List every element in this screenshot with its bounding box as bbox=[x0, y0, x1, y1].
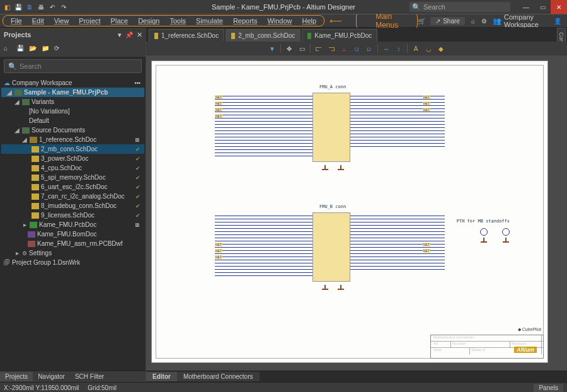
folder-open-icon[interactable]: 📂 bbox=[29, 45, 38, 54]
tab-navigator[interactable]: Navigator bbox=[33, 372, 70, 381]
schematic-icon bbox=[32, 156, 39, 162]
save-tree-icon[interactable]: 💾 bbox=[16, 45, 25, 54]
refresh-icon[interactable]: ⟳ bbox=[54, 45, 63, 54]
doc-1-reference[interactable]: ◢ 1_reference.SchDoc 🗎 bbox=[1, 135, 144, 144]
schematic-doc-icon bbox=[154, 33, 158, 39]
close-button[interactable]: ✕ bbox=[551, 0, 567, 14]
align-bottom-icon[interactable]: ⫐ bbox=[364, 43, 375, 54]
doc-kame-fmu-bom[interactable]: Kame_FMU.BomDoc bbox=[1, 229, 144, 239]
schematic-doc-icon bbox=[231, 33, 235, 39]
projects-search[interactable]: 🔍 Search bbox=[4, 59, 142, 73]
move-icon[interactable]: ✥ bbox=[284, 43, 295, 54]
doc-8-imudebug-conn[interactable]: 8_imudebug_conn.SchDoc ✔ bbox=[1, 201, 144, 210]
highlight-icon[interactable]: ◆ bbox=[435, 43, 447, 54]
workspace-selector[interactable]: 👥 Company Workspace bbox=[493, 13, 549, 28]
global-search[interactable]: 🔍 Search bbox=[410, 2, 510, 12]
mounting-hole-symbol bbox=[502, 228, 510, 236]
select-icon[interactable]: ▭ bbox=[296, 43, 307, 54]
menu-simulate[interactable]: Simulate bbox=[191, 16, 228, 25]
menu-bar: File Edit View Project Place Design Tool… bbox=[0, 14, 567, 28]
expand-icon[interactable]: ◢ bbox=[21, 136, 28, 143]
arc-icon[interactable]: ◡ bbox=[423, 43, 434, 54]
folder-icon[interactable]: 📁 bbox=[42, 45, 50, 54]
panel-close-icon[interactable]: ✕ bbox=[137, 31, 142, 39]
user-avatar[interactable]: 👤 bbox=[554, 16, 561, 25]
panel-dropdown-icon[interactable]: ▾ bbox=[118, 31, 122, 39]
project-group-node[interactable]: 🗐 Project Group 1.DsnWrk bbox=[1, 258, 144, 267]
expand-icon[interactable]: ◢ bbox=[14, 127, 20, 134]
source-documents-node[interactable]: ◢ Source Documents bbox=[1, 125, 144, 135]
menu-file[interactable]: File bbox=[6, 16, 27, 25]
expand-icon[interactable]: ▸ bbox=[14, 250, 20, 257]
filter-icon[interactable]: ▼ bbox=[266, 43, 278, 54]
menu-tools[interactable]: Tools bbox=[164, 16, 191, 25]
panel-bottom-tabs: Projects Navigator SCH Filter bbox=[0, 371, 146, 382]
workspace-node[interactable]: ☁ Company Workspace ••• bbox=[1, 78, 144, 88]
buy-icon[interactable]: 🛒 bbox=[418, 16, 425, 25]
distribute-h-icon[interactable]: ↔ bbox=[381, 43, 392, 54]
distribute-v-icon[interactable]: ↕ bbox=[393, 43, 404, 54]
settings-node[interactable]: ▸ ⚙ Settings bbox=[1, 248, 144, 258]
expand-icon[interactable]: ◢ bbox=[14, 98, 20, 105]
menu-window[interactable]: Window bbox=[262, 16, 297, 25]
group-icon: 🗐 bbox=[4, 259, 10, 266]
save-icon[interactable]: 💾 bbox=[14, 3, 23, 11]
doc-6-uart-esc-i2c[interactable]: 6_uart_esc_i2c.SchDoc ✔ bbox=[1, 182, 144, 192]
doc-tab-1-reference[interactable]: 1_reference.SchDoc bbox=[149, 29, 224, 42]
align-top-icon[interactable]: ⫏ bbox=[351, 43, 362, 54]
menu-place[interactable]: Place bbox=[106, 16, 134, 25]
active-bar: ▼ ✥ ▭ ⫍ ⫎ ⟂ ⫏ ⫐ ↔ ↕ A ◡ ◆ bbox=[146, 42, 567, 55]
connector-fmu-b: FMU_B conn bbox=[312, 212, 350, 282]
share-button[interactable]: ↗ Share bbox=[430, 17, 465, 25]
redo-icon[interactable]: ↷ bbox=[59, 3, 68, 11]
text-icon[interactable]: A bbox=[410, 43, 421, 54]
doc-kame-fmu-asm[interactable]: Kame_FMU_asm_rm.PCBDwf bbox=[1, 239, 144, 248]
menu-edit[interactable]: Edit bbox=[27, 16, 49, 25]
schematic-canvas[interactable]: FMU_A conn FMU_B conn NETNETNETNET bbox=[146, 55, 567, 371]
home-icon[interactable]: ⌂ bbox=[470, 16, 476, 25]
menu-reports[interactable]: Reports bbox=[228, 16, 263, 25]
more-icon[interactable]: ••• bbox=[135, 80, 144, 86]
save-all-icon[interactable]: 🗎 bbox=[25, 3, 34, 11]
expand-icon[interactable]: ◢ bbox=[6, 89, 13, 96]
tab-motherboard-connectors[interactable]: Motherboard Connectors bbox=[177, 372, 260, 381]
maximize-button[interactable]: ▭ bbox=[534, 0, 551, 14]
align-left-icon[interactable]: ⫍ bbox=[313, 43, 324, 54]
tab-sch-filter[interactable]: SCH Filter bbox=[70, 372, 109, 381]
doc-9-licenses[interactable]: 9_licenses.SchDoc ✔ bbox=[1, 210, 144, 220]
expand-icon[interactable]: ▸ bbox=[21, 221, 28, 228]
menu-help[interactable]: Help bbox=[297, 16, 322, 25]
pin-icon[interactable]: 📌 bbox=[125, 32, 133, 38]
doc-kame-fmu-pcb[interactable]: ▸ Kame_FMU.PcbDoc 🗎 bbox=[1, 220, 144, 229]
menu-project[interactable]: Project bbox=[74, 16, 105, 25]
tab-projects[interactable]: Projects bbox=[0, 372, 33, 381]
folder-icon bbox=[22, 127, 30, 134]
gnd-symbol bbox=[338, 165, 344, 171]
align-center-icon[interactable]: ⟂ bbox=[338, 43, 350, 54]
panels-button[interactable]: Panels bbox=[534, 384, 563, 392]
home-tree-icon[interactable]: ⌂ bbox=[4, 45, 13, 54]
doc-4-cpu[interactable]: 4_cpu.SchDoc ✔ bbox=[1, 163, 144, 173]
doc-status-icon: ✔ bbox=[135, 193, 144, 200]
doc-3-power[interactable]: 3_power.SchDoc ✔ bbox=[1, 154, 144, 163]
schematic-icon bbox=[32, 146, 39, 153]
variant-no-variations[interactable]: [No Variations] bbox=[1, 107, 144, 116]
tab-editor[interactable]: Editor bbox=[146, 372, 177, 381]
settings-icon[interactable]: ⚙ bbox=[481, 16, 488, 25]
doc-status-icon: ✔ bbox=[135, 156, 144, 162]
project-node[interactable]: ◢ Sample - Kame_FMU.PrjPcb bbox=[1, 88, 144, 97]
doc-7-can-rc-i2c-analog[interactable]: 7_can_rc_i2c_analog.SchDoc ✔ bbox=[1, 192, 144, 201]
menu-design[interactable]: Design bbox=[133, 16, 164, 25]
menu-view[interactable]: View bbox=[49, 16, 74, 25]
variant-default[interactable]: Default bbox=[1, 116, 144, 125]
doc-tab-2-mb-conn[interactable]: 2_mb_conn.SchDoc bbox=[226, 29, 301, 42]
doc-5-spi-memory[interactable]: 5_spi_memory.SchDoc ✔ bbox=[1, 173, 144, 182]
print-icon[interactable]: 🖶 bbox=[37, 3, 45, 11]
doc-tab-kame-fmu-pcb[interactable]: Kame_FMU.PcbDoc bbox=[302, 29, 377, 42]
doc-status-icon: ✔ bbox=[135, 146, 144, 153]
variants-node[interactable]: ◢ Variants bbox=[1, 97, 144, 107]
undo-icon[interactable]: ↶ bbox=[48, 3, 57, 11]
align-right-icon[interactable]: ⫎ bbox=[326, 43, 337, 54]
doc-2-mb-conn[interactable]: 2_mb_conn.SchDoc ✔ bbox=[1, 144, 144, 154]
minimize-button[interactable]: — bbox=[518, 0, 534, 14]
